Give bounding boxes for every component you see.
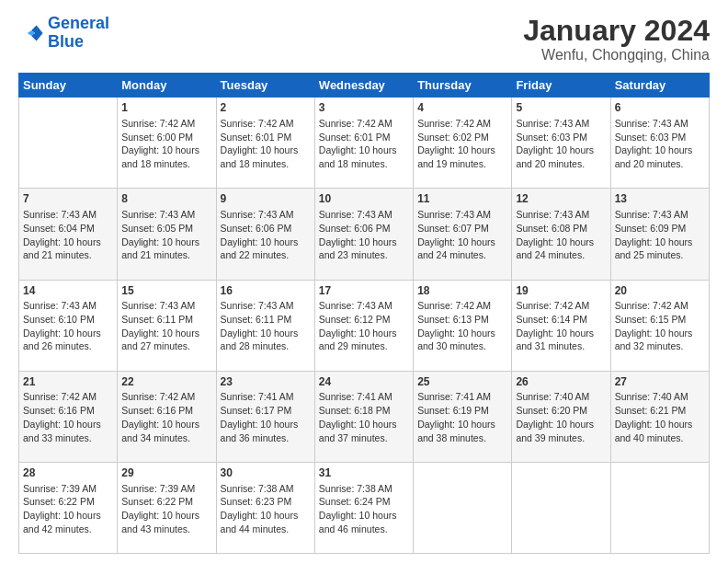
sunrise-text: Sunrise: 7:43 AM — [615, 208, 705, 222]
calendar-cell: 21 Sunrise: 7:42 AM Sunset: 6:16 PM Dayl… — [19, 371, 118, 462]
calendar-cell: 2 Sunrise: 7:42 AM Sunset: 6:01 PM Dayli… — [216, 98, 314, 189]
sunrise-text: Sunrise: 7:43 AM — [121, 208, 211, 222]
sunrise-text: Sunrise: 7:42 AM — [417, 117, 507, 131]
daylight-text: Daylight: 10 hours and 25 minutes. — [615, 236, 705, 262]
calendar-cell: 5 Sunrise: 7:43 AM Sunset: 6:03 PM Dayli… — [512, 98, 610, 189]
sunset-text: Sunset: 6:10 PM — [23, 313, 113, 327]
calendar-cell — [19, 98, 118, 189]
sunrise-text: Sunrise: 7:39 AM — [23, 482, 113, 496]
sunrise-text: Sunrise: 7:43 AM — [319, 208, 409, 222]
day-number: 7 — [23, 191, 113, 207]
sunrise-text: Sunrise: 7:41 AM — [221, 390, 311, 404]
daylight-text: Daylight: 10 hours and 30 minutes. — [417, 327, 507, 353]
calendar-cell: 31 Sunrise: 7:38 AM Sunset: 6:24 PM Dayl… — [314, 462, 413, 553]
calendar-cell: 10 Sunrise: 7:43 AM Sunset: 6:06 PM Dayl… — [314, 189, 413, 280]
sunset-text: Sunset: 6:04 PM — [23, 222, 113, 236]
sunrise-text: Sunrise: 7:43 AM — [221, 208, 311, 222]
calendar-cell: 26 Sunrise: 7:40 AM Sunset: 6:20 PM Dayl… — [512, 371, 610, 462]
day-number: 14 — [23, 283, 113, 299]
calendar-body: 1 Sunrise: 7:42 AM Sunset: 6:00 PM Dayli… — [19, 98, 710, 554]
calendar-cell: 27 Sunrise: 7:40 AM Sunset: 6:21 PM Dayl… — [610, 371, 709, 462]
col-tuesday: Tuesday — [216, 74, 314, 98]
sunrise-text: Sunrise: 7:43 AM — [516, 117, 606, 131]
calendar-header: Sunday Monday Tuesday Wednesday Thursday… — [19, 74, 710, 98]
daylight-text: Daylight: 10 hours and 26 minutes. — [23, 327, 113, 353]
daylight-text: Daylight: 10 hours and 24 minutes. — [516, 236, 606, 262]
col-thursday: Thursday — [414, 74, 512, 98]
sunrise-text: Sunrise: 7:42 AM — [121, 390, 211, 404]
day-number: 6 — [615, 100, 705, 116]
sunrise-text: Sunrise: 7:41 AM — [319, 390, 409, 404]
calendar-cell: 11 Sunrise: 7:43 AM Sunset: 6:07 PM Dayl… — [414, 189, 512, 280]
day-number: 18 — [417, 283, 507, 299]
sunset-text: Sunset: 6:24 PM — [319, 495, 409, 509]
daylight-text: Daylight: 10 hours and 21 minutes. — [121, 236, 211, 262]
day-number: 28 — [23, 465, 113, 481]
calendar-cell: 8 Sunrise: 7:43 AM Sunset: 6:05 PM Dayli… — [118, 189, 216, 280]
daylight-text: Daylight: 10 hours and 18 minutes. — [121, 144, 211, 170]
logo-blue: Blue — [48, 32, 84, 51]
sunset-text: Sunset: 6:11 PM — [221, 313, 311, 327]
calendar-cell: 13 Sunrise: 7:43 AM Sunset: 6:09 PM Dayl… — [610, 189, 709, 280]
daylight-text: Daylight: 10 hours and 18 minutes. — [221, 144, 311, 170]
sunset-text: Sunset: 6:02 PM — [417, 131, 507, 144]
calendar-cell: 15 Sunrise: 7:43 AM Sunset: 6:11 PM Dayl… — [118, 280, 216, 371]
header: General Blue January 2024 Wenfu, Chongqi… — [18, 15, 710, 63]
col-wednesday: Wednesday — [314, 74, 413, 98]
sunset-text: Sunset: 6:16 PM — [121, 404, 211, 418]
calendar-week-row: 28 Sunrise: 7:39 AM Sunset: 6:22 PM Dayl… — [19, 462, 710, 553]
daylight-text: Daylight: 10 hours and 20 minutes. — [615, 144, 705, 170]
calendar-cell: 28 Sunrise: 7:39 AM Sunset: 6:22 PM Dayl… — [19, 462, 118, 553]
col-sunday: Sunday — [19, 74, 118, 98]
calendar-cell: 17 Sunrise: 7:43 AM Sunset: 6:12 PM Dayl… — [314, 280, 413, 371]
day-number: 9 — [221, 191, 311, 207]
sunrise-text: Sunrise: 7:41 AM — [417, 390, 507, 404]
subtitle: Wenfu, Chongqing, China — [523, 47, 710, 63]
col-monday: Monday — [118, 74, 216, 98]
daylight-text: Daylight: 10 hours and 22 minutes. — [221, 236, 311, 262]
sunset-text: Sunset: 6:16 PM — [23, 404, 113, 418]
calendar-cell: 29 Sunrise: 7:39 AM Sunset: 6:22 PM Dayl… — [118, 462, 216, 553]
daylight-text: Daylight: 10 hours and 27 minutes. — [121, 327, 211, 353]
day-number: 26 — [516, 374, 606, 390]
logo: General Blue — [18, 15, 109, 52]
calendar-cell: 14 Sunrise: 7:43 AM Sunset: 6:10 PM Dayl… — [19, 280, 118, 371]
day-number: 1 — [121, 100, 211, 116]
sunrise-text: Sunrise: 7:42 AM — [615, 299, 705, 313]
sunrise-text: Sunrise: 7:42 AM — [417, 299, 507, 313]
sunset-text: Sunset: 6:13 PM — [417, 313, 507, 327]
sunset-text: Sunset: 6:14 PM — [516, 313, 606, 327]
sunrise-text: Sunrise: 7:43 AM — [121, 299, 211, 313]
daylight-text: Daylight: 10 hours and 44 minutes. — [221, 509, 311, 535]
daylight-text: Daylight: 10 hours and 37 minutes. — [319, 418, 409, 444]
day-number: 4 — [417, 100, 507, 116]
sunrise-text: Sunrise: 7:39 AM — [121, 482, 211, 496]
day-number: 21 — [23, 374, 113, 390]
sunset-text: Sunset: 6:11 PM — [121, 313, 211, 327]
sunset-text: Sunset: 6:17 PM — [221, 404, 311, 418]
sunset-text: Sunset: 6:00 PM — [121, 131, 211, 144]
sunrise-text: Sunrise: 7:43 AM — [23, 208, 113, 222]
day-number: 19 — [516, 283, 606, 299]
sunrise-text: Sunrise: 7:43 AM — [615, 117, 705, 131]
sunset-text: Sunset: 6:22 PM — [121, 495, 211, 509]
day-number: 15 — [121, 283, 211, 299]
day-number: 17 — [319, 283, 409, 299]
sunset-text: Sunset: 6:06 PM — [221, 222, 311, 236]
sunset-text: Sunset: 6:15 PM — [615, 313, 705, 327]
calendar-cell — [610, 462, 709, 553]
calendar-cell: 7 Sunrise: 7:43 AM Sunset: 6:04 PM Dayli… — [19, 189, 118, 280]
sunset-text: Sunset: 6:12 PM — [319, 313, 409, 327]
day-number: 29 — [121, 465, 211, 481]
day-number: 27 — [615, 374, 705, 390]
calendar-cell — [512, 462, 610, 553]
day-number: 23 — [221, 374, 311, 390]
sunset-text: Sunset: 6:21 PM — [615, 404, 705, 418]
sunset-text: Sunset: 6:09 PM — [615, 222, 705, 236]
day-number: 10 — [319, 191, 409, 207]
daylight-text: Daylight: 10 hours and 40 minutes. — [615, 418, 705, 444]
sunrise-text: Sunrise: 7:43 AM — [319, 299, 409, 313]
daylight-text: Daylight: 10 hours and 46 minutes. — [319, 509, 409, 535]
sunset-text: Sunset: 6:06 PM — [319, 222, 409, 236]
sunset-text: Sunset: 6:22 PM — [23, 495, 113, 509]
